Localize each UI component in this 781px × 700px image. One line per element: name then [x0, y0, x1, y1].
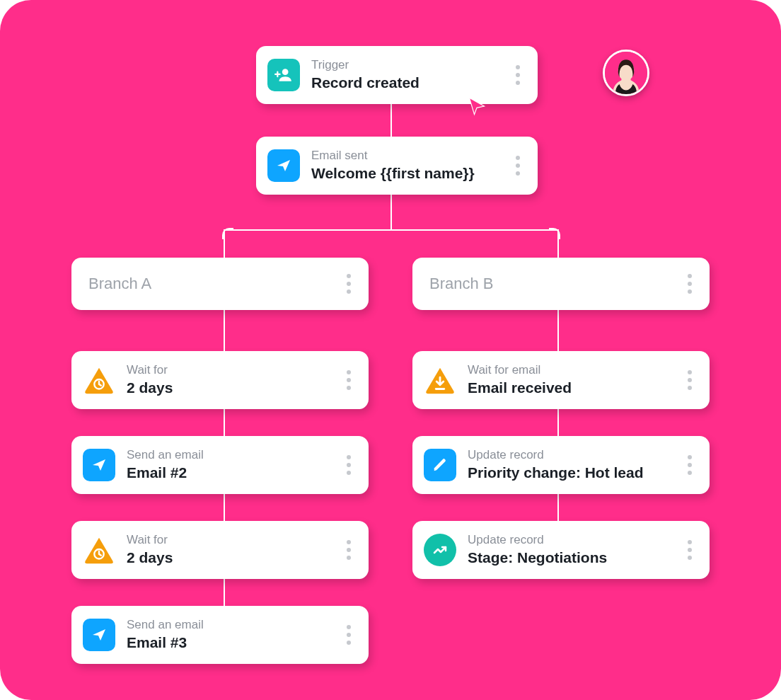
workflow-canvas: Trigger Record created Email sent Welcom…: [0, 0, 781, 700]
connector: [557, 494, 559, 521]
cursor-icon: [467, 96, 485, 115]
clock-icon: [83, 364, 115, 396]
more-button[interactable]: [509, 61, 526, 89]
more-button[interactable]: [340, 536, 357, 564]
connector: [224, 409, 225, 436]
node-text: Send an email Email #2: [127, 448, 329, 483]
more-button[interactable]: [509, 151, 526, 180]
node-text: Wait for email Email received: [468, 363, 670, 398]
send-icon: [267, 149, 300, 182]
more-button[interactable]: [681, 270, 698, 298]
avatar: [603, 50, 649, 96]
node-branch-a[interactable]: Branch A: [71, 258, 369, 310]
node-email-sent[interactable]: Email sent Welcome {{first name}}: [256, 137, 538, 195]
more-button[interactable]: [340, 621, 357, 649]
node-branch-b[interactable]: Branch B: [412, 258, 710, 310]
download-icon: [424, 364, 456, 396]
node-title: Record created: [311, 74, 498, 92]
node-title: Priority change: Hot lead: [468, 464, 670, 482]
trend-icon: [424, 534, 456, 566]
node-text: Update record Stage: Negotiations: [468, 533, 670, 568]
svg-point-0: [282, 69, 289, 75]
connector-corner: [222, 228, 233, 239]
connector: [224, 579, 225, 606]
node-eyebrow: Wait for: [127, 363, 329, 377]
node-eyebrow: Send an email: [127, 618, 329, 632]
node-text: Send an email Email #3: [127, 618, 329, 653]
node-text: Trigger Record created: [311, 58, 498, 93]
more-button[interactable]: [340, 366, 357, 394]
branch-label: Branch B: [424, 272, 499, 296]
node-send-a4[interactable]: Send an email Email #3: [71, 606, 369, 664]
node-eyebrow: Wait for: [127, 533, 329, 547]
node-text: Wait for 2 days: [127, 363, 329, 398]
send-icon: [83, 449, 115, 481]
node-wait-b1[interactable]: Wait for email Email received: [412, 351, 710, 409]
more-button[interactable]: [681, 451, 698, 479]
node-update-b3[interactable]: Update record Stage: Negotiations: [412, 521, 710, 579]
node-wait-a1[interactable]: Wait for 2 days: [71, 351, 369, 409]
pencil-icon: [424, 449, 456, 481]
node-title: 2 days: [127, 549, 329, 567]
clock-icon: [83, 534, 115, 566]
branch-label: Branch A: [83, 272, 157, 296]
node-title: Email #3: [127, 633, 329, 652]
node-eyebrow: Update record: [468, 448, 670, 462]
node-wait-a3[interactable]: Wait for 2 days: [71, 521, 369, 579]
node-title: Email #2: [127, 464, 329, 482]
node-title: Email received: [468, 379, 670, 397]
node-title: 2 days: [127, 379, 329, 397]
more-button[interactable]: [681, 536, 698, 564]
connector: [224, 310, 225, 351]
node-trigger[interactable]: Trigger Record created: [256, 46, 538, 104]
node-send-a2[interactable]: Send an email Email #2: [71, 436, 369, 494]
connector: [557, 310, 559, 351]
node-eyebrow: Send an email: [127, 448, 329, 462]
node-eyebrow: Update record: [468, 533, 670, 547]
node-eyebrow: Wait for email: [468, 363, 670, 377]
more-button[interactable]: [681, 366, 698, 394]
more-button[interactable]: [340, 451, 357, 479]
node-update-b2[interactable]: Update record Priority change: Hot lead: [412, 436, 710, 494]
node-text: Update record Priority change: Hot lead: [468, 448, 670, 483]
node-title: Welcome {{first name}}: [311, 164, 498, 183]
connector: [390, 103, 392, 137]
connector: [224, 494, 225, 521]
node-eyebrow: Trigger: [311, 58, 498, 72]
connector: [557, 409, 559, 436]
connector: [390, 195, 392, 230]
connector: [224, 229, 557, 231]
node-text: Wait for 2 days: [127, 533, 329, 568]
node-eyebrow: Email sent: [311, 149, 498, 163]
user-add-icon: [267, 59, 300, 91]
node-title: Stage: Negotiations: [468, 549, 670, 567]
more-button[interactable]: [340, 270, 357, 298]
node-text: Email sent Welcome {{first name}}: [311, 149, 498, 183]
send-icon: [83, 619, 115, 651]
